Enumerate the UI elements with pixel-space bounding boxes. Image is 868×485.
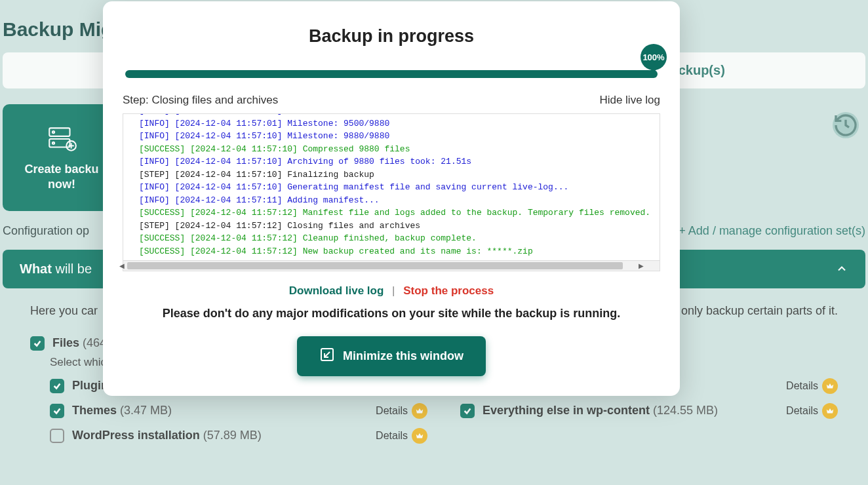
hide-log-link[interactable]: Hide live log <box>599 94 660 107</box>
log-line: [INFO] [2024-12-04 11:57:11] Adding mani… <box>139 194 660 207</box>
log-line: [INFO] [2024-12-04 11:57:10] Milestone: … <box>139 130 660 143</box>
svg-line-8 <box>325 352 330 357</box>
backup-progress-modal: Backup in progress 100% Step: Closing fi… <box>103 1 680 396</box>
scroll-right-icon[interactable]: ▶ <box>636 261 646 271</box>
log-box[interactable]: [INFO] [2024-12-04 11:57:00] Milestone: … <box>123 113 660 261</box>
modal-title: Backup in progress <box>123 26 660 47</box>
minimize-button[interactable]: Minimize this window <box>297 336 486 376</box>
log-line: [STEP] [2024-12-04 11:57:10] Finalizing … <box>139 168 660 182</box>
log-line: [SUCCESS] [2024-12-04 11:57:10] Compress… <box>139 143 660 156</box>
stop-process-link[interactable]: Stop the process <box>403 284 494 297</box>
step-label: Step: Closing files and archives <box>123 94 278 107</box>
scroll-left-icon[interactable]: ◀ <box>117 261 127 271</box>
log-line: [SUCCESS] [2024-12-04 11:57:12] New back… <box>139 245 660 258</box>
log-line: [INFO] [2024-12-04 11:57:01] Milestone: … <box>139 117 660 130</box>
log-line: [SUCCESS] [2024-12-04 11:57:12] Manifest… <box>139 206 660 220</box>
minimize-label: Minimize this window <box>343 349 464 363</box>
log-actions: Download live log | Stop the process <box>123 284 660 298</box>
log-line: [INFO] [2024-12-04 11:57:10] Generating … <box>139 181 660 194</box>
log-line: [STEP] [2024-12-04 11:57:12] Closing fil… <box>139 220 660 233</box>
warning-text: Please don't do any major modifications … <box>123 307 660 320</box>
progress-wrap: 100% <box>125 70 658 78</box>
scrollbar-horizontal[interactable]: ◀ ▶ <box>123 261 660 271</box>
log-line: [SUCCESS] [2024-12-04 11:57:12] Cleanup … <box>139 232 660 245</box>
progress-bubble: 100% <box>641 44 667 70</box>
minimize-icon <box>319 347 335 366</box>
progress-bar <box>125 70 658 78</box>
progress-meta: Step: Closing files and archives Hide li… <box>123 94 660 107</box>
separator: | <box>392 284 395 297</box>
download-log-link[interactable]: Download live log <box>289 284 384 297</box>
log-line: [INFO] [2024-12-04 11:57:10] Archiving o… <box>139 155 660 168</box>
